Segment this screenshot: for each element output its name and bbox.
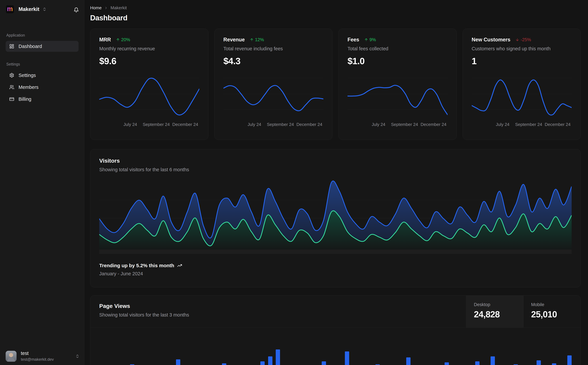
users-icon (9, 85, 14, 90)
breadcrumb-current: Makerkit (111, 5, 127, 10)
chevrons-up-down-icon (75, 354, 80, 358)
stat-card-value: 1 (472, 56, 572, 66)
bar (445, 362, 449, 365)
trend-badge: 12% (250, 37, 264, 42)
trend-badge: 20% (116, 37, 130, 42)
bar (406, 357, 410, 365)
desktop-toggle[interactable]: Desktop 24,828 (466, 295, 523, 327)
sidebar-item-dashboard[interactable]: Dashboard (6, 41, 79, 52)
page-views-header: Page Views Showing total visitors for th… (90, 295, 581, 328)
bar (475, 361, 479, 365)
stat-card-fees: Fees 9% Total fees collected $1.0 July 2… (339, 29, 457, 140)
bar (537, 360, 541, 365)
visitors-title: Visitors (99, 158, 572, 164)
x-axis-ticks: July 24 September 24 December 24 (347, 122, 448, 129)
bar (176, 359, 180, 365)
chevron-right-icon (104, 6, 108, 10)
mobile-toggle[interactable]: Mobile 25,010 (523, 295, 581, 327)
stat-card-title: MRR (99, 37, 111, 43)
x-axis-ticks: July 24 September 24 December 24 (472, 122, 572, 129)
fees-sparkline-chart (347, 75, 448, 119)
stat-card-title: New Customers (472, 37, 510, 43)
page-views-subtitle: Showing total visitors for the last 3 mo… (99, 312, 189, 318)
sidebar: m Makerkit Application Dashboard Setting… (0, 0, 84, 365)
user-menu[interactable]: test test@makerkit.dev (6, 351, 80, 362)
bell-icon (74, 7, 79, 13)
trend-badge: -25% (515, 37, 531, 42)
sidebar-item-label: Billing (19, 97, 31, 102)
section-label-settings: Settings (6, 62, 78, 67)
sidebar-item-settings[interactable]: Settings (6, 70, 79, 81)
trend-text: Trending up by 5.2% this month (99, 263, 174, 268)
mobile-label: Mobile (531, 302, 573, 307)
dashboard-icon (9, 44, 14, 49)
new-customers-sparkline-chart (472, 75, 572, 119)
page-views-title: Page Views (99, 303, 189, 309)
bar (567, 355, 572, 365)
credit-card-icon (9, 97, 14, 102)
arrow-up-icon (116, 38, 120, 42)
trending-up-icon (177, 263, 182, 268)
notifications-button[interactable] (74, 7, 79, 13)
sidebar-item-label: Dashboard (19, 44, 42, 49)
logo-letter: m (7, 6, 13, 12)
bar (552, 363, 556, 365)
sidebar-item-billing[interactable]: Billing (6, 94, 79, 105)
gear-icon (9, 73, 14, 78)
stat-card-title: Revenue (223, 37, 245, 43)
page-title: Dashboard (90, 14, 581, 22)
desktop-value: 24,828 (474, 309, 516, 319)
stat-card-value: $9.6 (99, 56, 199, 66)
sidebar-item-label: Settings (19, 73, 36, 78)
bar (260, 361, 265, 365)
bar (514, 364, 518, 365)
stat-card-value: $4.3 (223, 56, 324, 66)
sidebar-item-label: Members (19, 84, 39, 90)
visitors-subtitle: Showing total visitors for the last 6 mo… (99, 167, 572, 172)
arrow-up-icon (364, 38, 368, 42)
stat-card-subtitle: Customers who signed up this month (472, 46, 572, 51)
visitors-area-chart (99, 179, 572, 254)
desktop-label: Desktop (474, 302, 516, 307)
stat-card-mrr: MRR 20% Monthly recurring revenue $9.6 J… (90, 29, 208, 140)
page-views-card: Page Views Showing total visitors for th… (90, 295, 581, 365)
sidebar-nav: Application Dashboard Settings Settings … (6, 33, 79, 105)
x-axis-ticks: July 24 September 24 December 24 (99, 122, 199, 129)
x-axis-ticks: July 24 September 24 December 24 (223, 122, 324, 129)
revenue-sparkline-chart (223, 75, 324, 119)
bar (375, 364, 380, 365)
mrr-sparkline-chart (99, 75, 199, 119)
arrow-up-icon (250, 38, 254, 42)
bar (322, 361, 326, 365)
section-label-application: Application (6, 33, 78, 38)
bar (276, 350, 280, 365)
sidebar-item-members[interactable]: Members (6, 82, 79, 93)
stat-card-revenue: Revenue 12% Total revenue including fees… (214, 29, 333, 140)
workspace-selector[interactable]: m Makerkit (6, 5, 79, 14)
bar (130, 364, 134, 365)
stat-card-subtitle: Total revenue including fees (223, 46, 324, 51)
arrow-down-icon (515, 38, 519, 42)
stat-card-subtitle: Total fees collected (347, 46, 448, 51)
stat-card-title: Fees (347, 37, 359, 43)
breadcrumb-home[interactable]: Home (90, 5, 102, 10)
stat-cards-row: MRR 20% Monthly recurring revenue $9.6 J… (90, 29, 581, 140)
visitors-footer: Trending up by 5.2% this month January -… (99, 263, 572, 276)
mobile-value: 25,010 (531, 309, 573, 319)
bar (491, 356, 495, 365)
makerkit-logo: m (6, 5, 14, 14)
breadcrumb: Home Makerkit (90, 5, 581, 10)
trend-badge: 9% (364, 37, 376, 42)
date-range-text: January - June 2024 (99, 271, 572, 276)
page-views-bar-chart (99, 328, 572, 365)
user-email: test@makerkit.dev (21, 357, 54, 362)
workspace-name: Makerkit (19, 6, 39, 12)
user-name: test (21, 351, 54, 356)
main-content: Home Makerkit Dashboard MRR 20% Monthly … (84, 0, 588, 365)
bar (222, 363, 226, 365)
stat-card-subtitle: Monthly recurring revenue (99, 46, 199, 51)
visitors-card: Visitors Showing total visitors for the … (90, 149, 581, 288)
chevrons-up-down-icon (42, 7, 47, 11)
stat-card-new-customers: New Customers -25% Customers who signed … (463, 29, 581, 140)
bar (345, 351, 349, 365)
